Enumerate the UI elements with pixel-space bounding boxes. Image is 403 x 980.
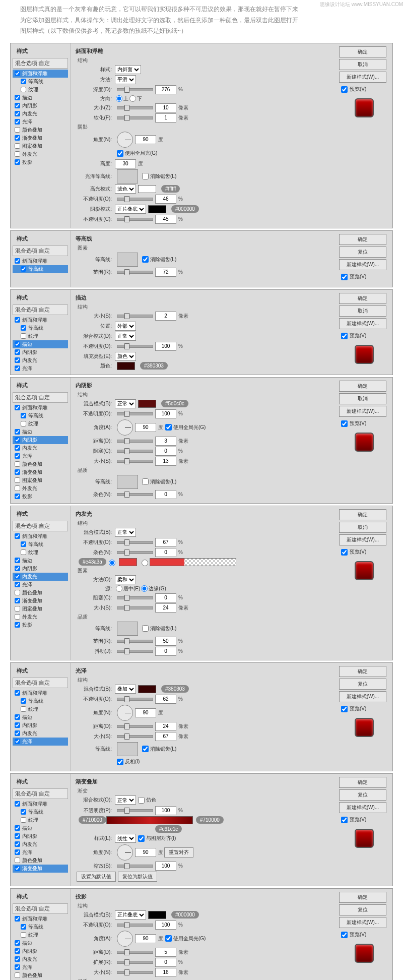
global-light-check[interactable] <box>117 150 123 157</box>
sidebar-item-texture[interactable]: 纹理 <box>13 705 68 713</box>
preview-check[interactable] <box>341 420 348 427</box>
reset-button[interactable]: 复位 <box>339 679 386 690</box>
reset-align-button[interactable]: 重置对齐 <box>164 847 193 858</box>
sat-blend-select[interactable]: 叠加 <box>115 685 136 694</box>
sidebar-item-texture[interactable]: 纹理 <box>13 420 68 428</box>
go-scale-slider[interactable] <box>117 865 153 868</box>
sat-size-input[interactable] <box>155 732 176 741</box>
sat-anti-check[interactable] <box>142 746 149 752</box>
range-input[interactable] <box>155 268 176 277</box>
is-size-input[interactable] <box>155 457 176 466</box>
is-blend-select[interactable]: 正常 <box>115 399 136 408</box>
cancel-button[interactable]: 取消 <box>339 305 386 317</box>
ig-tech-select[interactable]: 柔和 <box>115 575 136 584</box>
stroke-blend-select[interactable]: 正常 <box>115 332 136 341</box>
ig-edge-radio[interactable] <box>141 585 148 592</box>
size-input[interactable] <box>155 103 176 112</box>
preview-check[interactable] <box>341 86 348 93</box>
sat-dist-input[interactable] <box>155 722 176 731</box>
sidebar-item-satin[interactable]: 光泽 <box>13 581 68 589</box>
sidebar-item-pattern-overlay[interactable]: 图案叠加 <box>13 142 68 150</box>
new-style-button[interactable]: 新建样式(W)... <box>339 691 386 702</box>
sidebar-item-texture[interactable]: 纹理 <box>13 931 68 939</box>
ig-blend-select[interactable]: 正常 <box>115 528 136 537</box>
is-angle-input[interactable] <box>135 423 156 432</box>
ds-op-input[interactable] <box>155 921 176 930</box>
sidebar-item-texture[interactable]: 纹理 <box>13 86 68 94</box>
ok-button[interactable]: 确定 <box>339 46 386 57</box>
ig-op-slider[interactable] <box>117 541 153 544</box>
go-op-slider[interactable] <box>117 809 153 812</box>
sidebar-item-inner-glow[interactable]: 内发光 <box>13 356 68 364</box>
ig-anti-check[interactable] <box>142 625 149 632</box>
depth-input[interactable] <box>155 85 176 94</box>
sidebar-item-stroke[interactable]: 描边 <box>13 824 68 832</box>
ig-center-radio[interactable] <box>116 585 122 592</box>
sidebar-item-contour[interactable]: 等高线 <box>13 808 68 816</box>
reset-default-button[interactable]: 复位为默认值 <box>118 872 157 882</box>
sidebar-item-stroke[interactable]: 描边 <box>13 713 68 721</box>
ds-size-input[interactable] <box>155 968 176 977</box>
sidebar-item-contour[interactable]: 等高线 <box>13 78 68 86</box>
sidebar-item-contour[interactable]: 等高线 <box>13 923 68 931</box>
reset-button[interactable]: 复位 <box>339 789 386 801</box>
sidebar-item-satin[interactable]: 光泽 <box>13 963 68 971</box>
is-dist-slider[interactable] <box>117 440 153 443</box>
sidebar-item-contour[interactable]: 等高线 <box>13 412 68 420</box>
ds-size-slider[interactable] <box>117 971 153 974</box>
sidebar-item-inner-shadow[interactable]: 内阴影 <box>13 436 68 444</box>
reset-button[interactable]: 复位 <box>339 247 386 258</box>
sidebar-item-pattern-overlay[interactable]: 图案叠加 <box>13 605 68 613</box>
altitude-input[interactable] <box>115 159 136 168</box>
soft-slider[interactable] <box>117 116 153 119</box>
sidebar-item-inner-shadow[interactable]: 内阴影 <box>13 721 68 729</box>
sat-invert-check[interactable] <box>117 759 123 765</box>
stroke-color-swatch[interactable] <box>117 362 135 370</box>
make-default-button[interactable]: 设置为默认值 <box>77 872 116 882</box>
sidebar-item-contour[interactable]: 等高线 <box>13 697 68 705</box>
angle-dial[interactable] <box>117 132 133 148</box>
stroke-op-slider[interactable] <box>117 345 153 348</box>
stroke-size-slider[interactable] <box>117 315 153 318</box>
sidebar-item-grad-overlay[interactable]: 渐变叠加 <box>13 468 68 476</box>
ig-choke-slider[interactable] <box>117 596 153 599</box>
sidebar-item-pattern-overlay[interactable]: 图案叠加 <box>13 476 68 484</box>
sidebar-item-bevel[interactable]: 斜面和浮雕 <box>13 915 68 923</box>
sat-size-slider[interactable] <box>117 735 153 738</box>
sidebar-item-stroke[interactable]: 描边 <box>13 94 68 102</box>
sh-color-swatch[interactable] <box>148 205 166 213</box>
sidebar-item-grad-overlay[interactable]: 渐变叠加 <box>13 134 68 142</box>
new-style-button[interactable]: 新建样式(W)... <box>339 406 386 417</box>
sidebar-item-inner-glow[interactable]: 内发光 <box>13 729 68 738</box>
sidebar-item-stroke[interactable]: 描边 <box>13 428 68 436</box>
sidebar-item-color-overlay[interactable]: 颜色叠加 <box>13 971 68 979</box>
sidebar-item-satin[interactable]: 光泽 <box>13 452 68 460</box>
go-angle-dial[interactable] <box>117 844 133 861</box>
depth-slider[interactable] <box>117 88 153 91</box>
cancel-button[interactable]: 取消 <box>339 522 386 533</box>
anti-alias-check[interactable] <box>142 173 149 179</box>
sidebar-item-texture[interactable]: 纹理 <box>13 548 68 557</box>
go-blend-select[interactable]: 正常 <box>115 795 136 805</box>
ig-choke-input[interactable] <box>155 593 176 602</box>
sidebar-item-outer-glow[interactable]: 外发光 <box>13 613 68 621</box>
ig-jitter-input[interactable] <box>155 647 176 656</box>
preview-check[interactable] <box>341 333 348 339</box>
new-style-button[interactable]: 新建样式(W)... <box>339 72 386 83</box>
sat-color-swatch[interactable] <box>138 685 156 693</box>
sidebar-item-stroke[interactable]: 描边 <box>13 340 68 348</box>
sidebar-item-inner-shadow[interactable]: 内阴影 <box>13 947 68 955</box>
new-style-button[interactable]: 新建样式(W)... <box>339 802 386 813</box>
sidebar-item-bevel[interactable]: 斜面和浮雕 <box>13 257 68 265</box>
preview-check[interactable] <box>341 274 348 280</box>
sh-mode-select[interactable]: 正片叠底 <box>115 205 146 214</box>
sh-op-input[interactable] <box>155 215 176 224</box>
is-anti-check[interactable] <box>142 478 149 485</box>
ok-button[interactable]: 确定 <box>339 777 386 788</box>
ok-button[interactable]: 确定 <box>339 234 386 245</box>
ig-noise-slider[interactable] <box>117 551 153 554</box>
sidebar-item-inner-shadow[interactable]: 内阴影 <box>13 102 68 110</box>
angle-input[interactable] <box>135 135 156 144</box>
sidebar-item-color-overlay[interactable]: 颜色叠加 <box>13 126 68 134</box>
sidebar-item-grad-overlay[interactable]: 渐变叠加 <box>13 597 68 605</box>
